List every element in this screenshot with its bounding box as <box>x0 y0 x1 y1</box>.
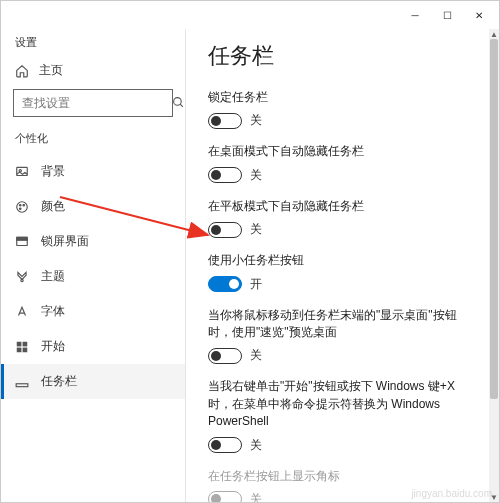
setting-label: 在平板模式下自动隐藏任务栏 <box>208 198 477 215</box>
svg-rect-12 <box>23 341 28 346</box>
picture-icon <box>15 165 29 179</box>
settings-window: ─ ☐ ✕ 设置 主页 个性化 <box>0 0 500 503</box>
svg-rect-14 <box>23 347 28 352</box>
setting-label: 锁定任务栏 <box>208 89 477 106</box>
setting-label: 在桌面模式下自动隐藏任务栏 <box>208 143 477 160</box>
maximize-button[interactable]: ☐ <box>431 2 463 28</box>
section-label: 个性化 <box>1 127 185 154</box>
scroll-down-icon[interactable]: ▼ <box>489 492 499 502</box>
toggle-state: 关 <box>250 437 262 454</box>
sidebar-item-label: 主题 <box>41 268 65 285</box>
sidebar-item-label: 字体 <box>41 303 65 320</box>
svg-rect-9 <box>17 237 28 240</box>
toggle-autohide-tablet[interactable] <box>208 222 242 238</box>
svg-point-4 <box>17 201 28 212</box>
scroll-up-icon[interactable]: ▲ <box>489 29 499 39</box>
svg-point-5 <box>19 204 21 206</box>
sidebar-item-label: 颜色 <box>41 198 65 215</box>
sidebar-item-fonts[interactable]: 字体 <box>1 294 185 329</box>
svg-line-1 <box>180 104 183 107</box>
setting-label: 在任务栏按钮上显示角标 <box>208 468 477 485</box>
sidebar-item-background[interactable]: 背景 <box>1 154 185 189</box>
toggle-powershell[interactable] <box>208 437 242 453</box>
setting-label: 当我右键单击"开始"按钮或按下 Windows 键+X 时，在菜单中将命令提示符… <box>208 378 477 430</box>
page-title: 任务栏 <box>208 41 477 71</box>
toggle-small-buttons[interactable] <box>208 276 242 292</box>
toggle-badges <box>208 491 242 502</box>
svg-rect-15 <box>16 383 28 386</box>
setting-small-buttons: 使用小任务栏按钮 开 <box>208 252 477 292</box>
setting-peek-preview: 当你将鼠标移动到任务栏末端的"显示桌面"按钮时，使用"速览"预览桌面 关 <box>208 307 477 365</box>
app-title: 设置 <box>1 33 185 56</box>
setting-powershell: 当我右键单击"开始"按钮或按下 Windows 键+X 时，在菜单中将命令提示符… <box>208 378 477 453</box>
taskbar-icon <box>15 375 29 389</box>
sidebar-item-taskbar[interactable]: 任务栏 <box>1 364 185 399</box>
scrollbar-thumb[interactable] <box>490 39 498 399</box>
palette-icon <box>15 200 29 214</box>
toggle-state: 关 <box>250 167 262 184</box>
search-icon <box>172 96 185 110</box>
close-button[interactable]: ✕ <box>463 2 495 28</box>
setting-label: 当你将鼠标移动到任务栏末端的"显示桌面"按钮时，使用"速览"预览桌面 <box>208 307 477 342</box>
setting-badges: 在任务栏按钮上显示角标 关 <box>208 468 477 502</box>
svg-rect-11 <box>17 341 22 346</box>
sidebar-home[interactable]: 主页 <box>1 56 185 89</box>
toggle-peek-preview[interactable] <box>208 348 242 364</box>
start-icon <box>15 340 29 354</box>
sidebar-home-label: 主页 <box>39 62 63 79</box>
toggle-state: 关 <box>250 112 262 129</box>
svg-point-7 <box>19 207 21 209</box>
svg-point-0 <box>174 98 182 106</box>
titlebar: ─ ☐ ✕ <box>1 1 499 29</box>
toggle-state: 关 <box>250 347 262 364</box>
search-input[interactable] <box>22 96 172 110</box>
home-icon <box>15 64 29 78</box>
sidebar-item-colors[interactable]: 颜色 <box>1 189 185 224</box>
setting-autohide-tablet: 在平板模式下自动隐藏任务栏 关 <box>208 198 477 238</box>
sidebar-item-label: 背景 <box>41 163 65 180</box>
svg-point-6 <box>23 204 25 206</box>
theme-icon <box>15 270 29 284</box>
setting-autohide-desktop: 在桌面模式下自动隐藏任务栏 关 <box>208 143 477 183</box>
toggle-lock-taskbar[interactable] <box>208 113 242 129</box>
lockscreen-icon <box>15 235 29 249</box>
sidebar: 设置 主页 个性化 背景 <box>1 29 186 502</box>
search-wrap <box>1 89 185 127</box>
search-box[interactable] <box>13 89 173 117</box>
scrollbar[interactable]: ▲ ▼ <box>489 29 499 502</box>
font-icon <box>15 305 29 319</box>
toggle-autohide-desktop[interactable] <box>208 167 242 183</box>
minimize-button[interactable]: ─ <box>399 2 431 28</box>
sidebar-item-themes[interactable]: 主题 <box>1 259 185 294</box>
svg-rect-13 <box>17 347 22 352</box>
sidebar-item-label: 锁屏界面 <box>41 233 89 250</box>
toggle-state: 关 <box>250 221 262 238</box>
toggle-state: 关 <box>250 491 262 502</box>
nav: 背景 颜色 锁屏界面 主题 字体 <box>1 154 185 502</box>
window-body: 设置 主页 个性化 背景 <box>1 29 499 502</box>
sidebar-item-label: 任务栏 <box>41 373 77 390</box>
sidebar-item-label: 开始 <box>41 338 65 355</box>
sidebar-item-lockscreen[interactable]: 锁屏界面 <box>1 224 185 259</box>
svg-point-10 <box>21 279 23 281</box>
toggle-state: 开 <box>250 276 262 293</box>
content: 任务栏 锁定任务栏 关 在桌面模式下自动隐藏任务栏 关 在平板模式下自动隐藏任务… <box>186 29 499 502</box>
sidebar-item-start[interactable]: 开始 <box>1 329 185 364</box>
setting-lock-taskbar: 锁定任务栏 关 <box>208 89 477 129</box>
setting-label: 使用小任务栏按钮 <box>208 252 477 269</box>
